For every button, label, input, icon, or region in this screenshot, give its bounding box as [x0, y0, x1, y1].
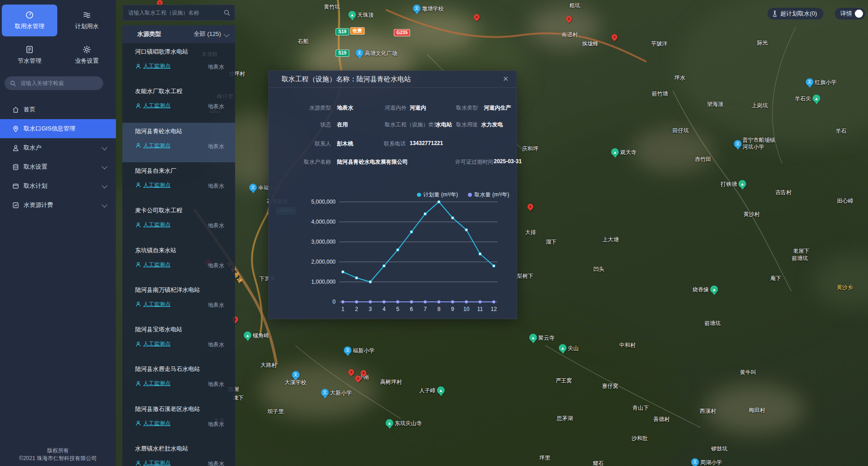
map-poi[interactable]: 文大溪学校 [285, 371, 306, 386]
monitor-link[interactable]: 人工监测点 [135, 420, 171, 427]
list-item[interactable]: 友能水厂取水工程人工监测点地表水 [122, 83, 235, 122]
map-poi[interactable]: 打铁塘▲ [721, 180, 746, 188]
map-poi[interactable]: 烧香缘▲ [692, 286, 718, 293]
map-poi[interactable]: 人子嶂▲ [419, 386, 445, 394]
list-item[interactable]: 东坑镇自来水站人工监测点地表水 [122, 242, 235, 281]
station-name[interactable]: 陆河县南万镇杞洋水电站 [135, 286, 200, 294]
filter-value[interactable]: 全部 (125) [194, 30, 221, 38]
mountain-pin-icon[interactable]: ▲ [529, 334, 537, 341]
sidebar-item-5[interactable]: 取水计划 [0, 176, 116, 195]
monitor-link[interactable]: 人工监测点 [135, 102, 171, 110]
map-poi[interactable]: 文墩塘学校 [413, 5, 444, 12]
map-poi[interactable]: 文大新小学 [321, 389, 352, 396]
map-poi[interactable]: ▲天珠顶 [348, 11, 374, 19]
map-poi[interactable]: ▲观天寺 [611, 148, 637, 156]
mountain-pin-icon[interactable]: ▲ [244, 331, 251, 339]
sidebar-item-3[interactable]: 取水户 [0, 138, 116, 157]
app-button-4[interactable]: 业务设置 [59, 39, 115, 71]
map-poi[interactable]: 文 [734, 140, 742, 148]
monitor-link[interactable]: 人工监测点 [135, 142, 171, 150]
list-item[interactable]: 陆河县水唇走马石水电站人工监测点地表水 [122, 361, 235, 400]
map-poi[interactable]: 文福新小学 [344, 346, 375, 354]
mountain-pin-icon[interactable]: ▲ [386, 419, 393, 427]
monitor-link[interactable]: 人工监测点 [135, 181, 171, 189]
school-pin-icon[interactable]: 文 [321, 389, 329, 396]
monitor-label[interactable]: 人工监测点 [143, 142, 171, 150]
chevron-down-icon[interactable] [102, 182, 108, 188]
map-poi[interactable]: 文红旗小学 [806, 78, 837, 86]
station-search-input[interactable] [127, 9, 224, 16]
station-name[interactable]: 麦卡公司取水工程 [135, 206, 182, 215]
list-item[interactable]: 陆河县青砼水电站人工监测点地表水 [122, 123, 235, 162]
list-item[interactable]: 陆河县宝塔水电站人工监测点地表水 [122, 321, 235, 361]
school-pin-icon[interactable]: 文 [344, 346, 351, 354]
toggle-knob[interactable] [855, 10, 863, 18]
map-poi[interactable]: ▲聚云寺 [529, 334, 555, 341]
detail-toggle[interactable]: 详情 [835, 8, 865, 20]
app-button-3[interactable]: 节水管理 [2, 39, 57, 71]
mountain-pin-icon[interactable]: ▲ [559, 344, 567, 352]
monitor-link[interactable]: 人工监测点 [135, 261, 171, 269]
list-item[interactable]: 河口镇唱歌潭水电站人工监测点地表水 [122, 43, 235, 83]
over-plan-button[interactable]: 超计划取水(0) [768, 8, 823, 20]
monitor-label[interactable]: 人工监测点 [143, 420, 171, 427]
school-pin-icon[interactable]: 文 [734, 140, 742, 148]
chevron-down-icon[interactable] [102, 144, 108, 150]
monitor-label[interactable]: 人工监测点 [143, 62, 171, 70]
station-name[interactable]: 河口镇唱歌潭水电站 [135, 48, 188, 56]
school-pin-icon[interactable]: 文 [249, 184, 257, 191]
school-pin-icon[interactable]: 文 [356, 49, 363, 57]
mountain-pin-icon[interactable]: ▲ [813, 95, 820, 102]
chevron-down-icon[interactable] [224, 31, 230, 37]
school-pin-icon[interactable]: 文 [806, 78, 813, 86]
station-name[interactable]: 陆河县青砼水电站 [135, 127, 182, 135]
station-search[interactable] [122, 5, 235, 21]
school-pin-icon[interactable]: 文 [413, 5, 421, 12]
station-name[interactable]: 陆河县宝塔水电站 [135, 326, 182, 334]
monitor-link[interactable]: 人工监测点 [135, 301, 171, 308]
app-button-1[interactable]: 取用水管理 [2, 5, 57, 36]
app-button-2[interactable]: 计划用水 [59, 5, 115, 36]
list-item[interactable]: 陆河县激石溪老区水电站人工监测点地表水 [122, 401, 235, 440]
monitor-label[interactable]: 人工监测点 [143, 221, 171, 229]
map-poi[interactable]: 羊石尖▲ [795, 95, 820, 102]
monitor-link[interactable]: 人工监测点 [135, 221, 171, 229]
mountain-pin-icon[interactable]: ▲ [348, 11, 356, 19]
map-poi[interactable]: 文周湖小学 [691, 458, 722, 466]
monitor-label[interactable]: 人工监测点 [143, 261, 171, 269]
station-name[interactable]: 水唇镇水栏肚水电站 [135, 445, 188, 453]
station-name[interactable]: 友能水厂取水工程 [135, 87, 182, 95]
monitor-label[interactable]: 人工监测点 [143, 380, 171, 387]
sidebar-search[interactable] [5, 76, 103, 90]
mountain-pin-icon[interactable]: ▲ [738, 180, 746, 188]
chevron-down-icon[interactable] [102, 163, 108, 169]
mountain-pin-icon[interactable]: ▲ [710, 286, 718, 293]
station-name[interactable]: 东坑镇自来水站 [135, 246, 176, 255]
station-name[interactable]: 陆河县激石溪老区水电站 [135, 405, 200, 413]
map-poi[interactable]: ▲螺角嶂 [244, 331, 269, 339]
mountain-pin-icon[interactable]: ▲ [437, 386, 445, 394]
list-item[interactable]: 陆河县南万镇杞洋水电站人工监测点地表水 [122, 281, 235, 321]
close-icon[interactable]: × [503, 74, 508, 84]
sidebar-item-1[interactable]: 首页 [0, 100, 116, 119]
chevron-down-icon[interactable] [102, 201, 108, 207]
monitor-label[interactable]: 人工监测点 [143, 459, 171, 466]
search-icon[interactable] [224, 10, 230, 16]
school-pin-icon[interactable]: 文 [292, 371, 300, 379]
monitor-link[interactable]: 人工监测点 [135, 340, 171, 348]
list-item[interactable]: 麦卡公司取水工程人工监测点地表水 [122, 202, 235, 241]
sidebar-search-input[interactable] [20, 80, 94, 87]
monitor-label[interactable]: 人工监测点 [143, 301, 171, 308]
monitor-label[interactable]: 人工监测点 [143, 340, 171, 348]
map-poi[interactable]: 文高塘文化广场 [356, 49, 397, 57]
sidebar-item-6[interactable]: 水资源计费 [0, 195, 116, 215]
sidebar-item-4[interactable]: 取水设置 [0, 157, 116, 176]
monitor-link[interactable]: 人工监测点 [135, 380, 171, 387]
map-poi[interactable]: ▲尖山 [559, 344, 579, 352]
sidebar-item-2[interactable]: 取水口GIS信息管理 [0, 119, 116, 138]
monitor-link[interactable]: 人工监测点 [135, 62, 171, 70]
list-item[interactable]: 陆河县自来水厂人工监测点地表水 [122, 162, 235, 202]
station-name[interactable]: 陆河县水唇走马石水电站 [135, 365, 200, 373]
list-item[interactable]: 水唇镇水栏肚水电站人工监测点地表水 [122, 440, 235, 466]
source-type-filter[interactable]: 水源类型 全部 (125) [122, 25, 235, 43]
